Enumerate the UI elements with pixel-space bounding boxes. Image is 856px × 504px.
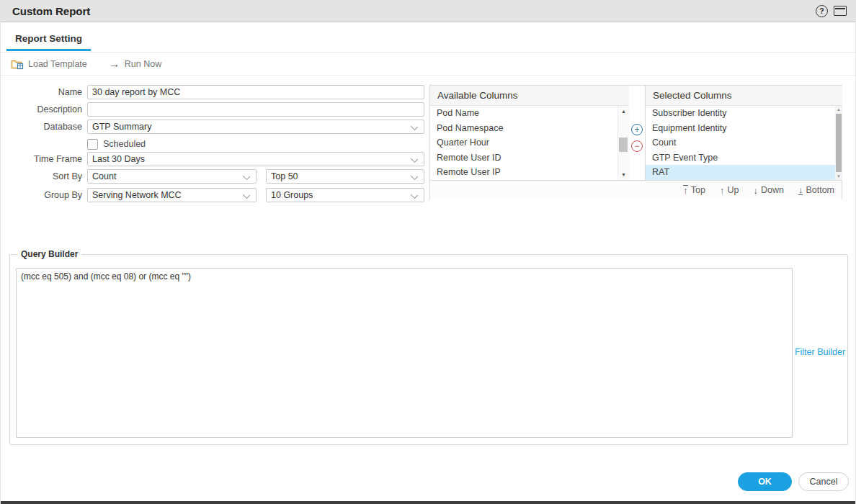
list-item[interactable]: Pod Name	[430, 106, 629, 121]
move-top-button[interactable]: ↑ Top	[683, 185, 705, 195]
column-move-strip: + −	[629, 86, 645, 180]
list-item[interactable]: Remote User ID	[430, 150, 629, 166]
list-item[interactable]: Subscriber Identity	[646, 106, 842, 121]
move-down-label: Down	[761, 185, 784, 195]
group-by-limit-value: 10 Groups	[271, 190, 313, 200]
scrollbar-thumb[interactable]	[619, 138, 628, 152]
chevron-down-icon	[243, 173, 250, 180]
list-item[interactable]: Count	[646, 135, 842, 150]
available-columns-header: Available Columns	[430, 86, 629, 106]
description-row: Description	[1, 102, 429, 117]
scheduled-label: Scheduled	[103, 139, 146, 149]
move-top-icon: ↑	[683, 185, 688, 195]
run-now-arrow-icon: →	[109, 58, 120, 70]
group-by-select[interactable]: Serving Network MCC	[87, 188, 257, 202]
group-by-select-value: Serving Network MCC	[92, 190, 182, 200]
titlebar-icons: ?	[816, 5, 847, 17]
group-by-row: Group By Serving Network MCC 10 Groups	[1, 188, 429, 202]
sort-by-limit-value: Top 50	[271, 171, 298, 181]
remove-column-button[interactable]: −	[631, 140, 643, 152]
help-icon[interactable]: ?	[816, 5, 828, 17]
list-item[interactable]: Remote User IP	[430, 165, 629, 180]
selected-columns-panel: Selected Columns Subscriber Identity Equ…	[645, 86, 842, 180]
list-item[interactable]: Equipment Identity	[646, 121, 842, 136]
sort-by-select-value: Count	[92, 171, 116, 181]
chevron-down-icon	[411, 156, 418, 163]
time-frame-label: Time Frame	[1, 154, 82, 164]
load-template-label: Load Template	[28, 59, 87, 69]
chevron-down-icon	[411, 192, 418, 199]
query-builder-legend: Query Builder	[17, 249, 81, 259]
name-input[interactable]	[87, 85, 424, 99]
tab-report-setting[interactable]: Report Setting	[6, 33, 91, 51]
move-down-button[interactable]: ↓ Down	[753, 185, 783, 195]
database-select[interactable]: GTP Summary	[87, 120, 424, 134]
maximize-icon[interactable]	[834, 6, 847, 16]
move-bottom-label: Bottom	[806, 185, 834, 195]
list-item[interactable]: GTP Event Type	[646, 150, 842, 166]
list-item[interactable]: Pod Namespace	[430, 121, 629, 136]
run-now-button[interactable]: → Run Now	[109, 58, 161, 70]
group-by-limit-select[interactable]: 10 Groups	[266, 188, 424, 202]
window-bottom-edge	[1, 501, 855, 504]
database-row: Database GTP Summary	[1, 120, 429, 134]
sort-by-limit-select[interactable]: Top 50	[266, 169, 424, 184]
tab-bar: Report Setting	[1, 32, 855, 53]
custom-report-dialog: Custom Report ? Report Setting Load Temp…	[0, 0, 856, 504]
scrollbar-thumb[interactable]	[836, 114, 842, 172]
scroll-down-icon[interactable]: ▼	[618, 172, 629, 177]
page-title: Custom Report	[12, 5, 90, 17]
sort-by-label: Sort By	[1, 171, 82, 181]
description-input[interactable]	[87, 102, 424, 117]
move-up-icon: ↑	[720, 186, 725, 195]
group-by-label: Group By	[1, 190, 82, 200]
chevron-down-icon	[411, 123, 418, 130]
available-columns-panel: Available Columns Pod Name Pod Namespace…	[430, 86, 630, 180]
column-move-footer: ↑ Top ↑ Up ↓ Down ↓ Bottom	[430, 180, 842, 199]
scroll-up-icon[interactable]: ▲	[618, 109, 629, 114]
time-frame-select-value: Last 30 Days	[92, 154, 145, 164]
name-label: Name	[1, 87, 82, 97]
toolbar: Load Template → Run Now	[1, 53, 855, 76]
cancel-button[interactable]: Cancel	[798, 472, 849, 491]
chevron-down-icon	[243, 192, 250, 199]
run-now-label: Run Now	[125, 59, 161, 69]
database-label: Database	[1, 122, 82, 132]
list-item-selected[interactable]: RAT	[646, 165, 842, 180]
filter-builder-link[interactable]: Filter Builder	[793, 259, 847, 444]
add-column-button[interactable]: +	[631, 124, 643, 135]
scroll-up-icon[interactable]: ▲	[835, 107, 842, 112]
name-row: Name	[1, 85, 429, 99]
scheduled-row: Scheduled	[87, 137, 146, 151]
database-select-value: GTP Summary	[92, 122, 151, 132]
query-input[interactable]: (mcc eq 505) and (mcc eq 08) or (mcc eq …	[16, 268, 793, 438]
column-picker: Available Columns Pod Name Pod Namespace…	[429, 85, 842, 199]
selected-columns-list: Subscriber Identity Equipment Identity C…	[646, 106, 842, 180]
query-builder-section: Query Builder (mcc eq 505) and (mcc eq 0…	[9, 249, 848, 445]
sort-by-select[interactable]: Count	[87, 169, 257, 184]
ok-button[interactable]: OK	[738, 472, 792, 491]
scheduled-checkbox[interactable]	[87, 139, 98, 150]
list-item[interactable]: Quarter Hour	[430, 135, 629, 150]
title-bar: Custom Report ?	[1, 0, 855, 22]
load-template-button[interactable]: Load Template	[11, 58, 87, 70]
move-bottom-button[interactable]: ↓ Bottom	[798, 185, 834, 195]
time-frame-row: Time Frame Last 30 Days	[1, 152, 429, 166]
selected-columns-header: Selected Columns	[646, 86, 842, 106]
chevron-down-icon	[411, 173, 418, 180]
time-frame-select[interactable]: Last 30 Days	[87, 152, 424, 166]
description-label: Description	[1, 104, 82, 114]
available-columns-list: Pod Name Pod Namespace Quarter Hour Remo…	[430, 106, 629, 180]
move-top-label: Top	[691, 185, 705, 195]
scroll-down-icon[interactable]: ▼	[835, 174, 842, 179]
move-down-icon: ↓	[753, 186, 758, 195]
sort-by-row: Sort By Count Top 50	[1, 169, 429, 184]
load-template-folder-icon	[11, 58, 24, 70]
available-scrollbar[interactable]: ▲ ▼	[618, 106, 629, 180]
move-bottom-icon: ↓	[798, 185, 803, 195]
selected-scrollbar[interactable]: ▲ ▼	[835, 106, 842, 180]
move-up-button[interactable]: ↑ Up	[720, 185, 739, 195]
move-up-label: Up	[727, 185, 739, 195]
